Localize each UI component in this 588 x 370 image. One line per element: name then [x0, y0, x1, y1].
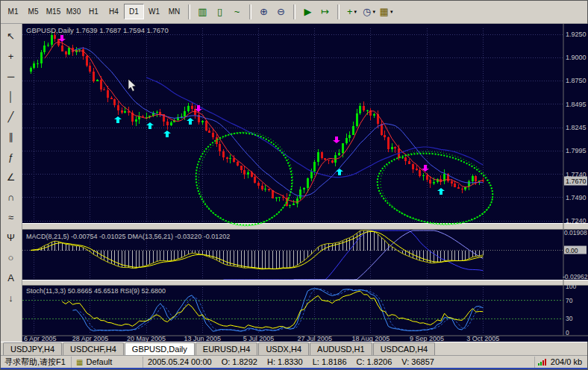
bar-info-field: H: 1.8330	[267, 357, 303, 366]
timeframe-m5-button[interactable]: M5	[23, 4, 43, 19]
trendline-tool-icon: ╱	[8, 111, 14, 122]
bar-info-field: C: 1.8206	[357, 357, 392, 366]
profile-icon: ▦	[76, 358, 83, 366]
dropdown-arrow-icon: ▾	[354, 9, 357, 15]
bar-info-field: 2005.05.24 00:00	[148, 357, 212, 366]
timeframe-mn-button[interactable]: MN	[164, 4, 184, 19]
cursor-tool-button[interactable]: ↖	[2, 28, 20, 45]
status-connection: 204/0 kb	[535, 357, 588, 366]
equidistant-channel-tool-button[interactable]: ∥	[2, 128, 20, 145]
stoch-scale-label: 0	[566, 329, 569, 336]
date-label: 3 Oct 2005	[466, 335, 499, 342]
vertical-line-tool-button[interactable]: │	[2, 88, 20, 105]
tab-eurusd-h4[interactable]: EURUSD,H4	[196, 342, 258, 355]
fibonacci-expansion-tool-button[interactable]: ≈	[2, 209, 20, 226]
timeframe-m1-button[interactable]: M1	[3, 4, 23, 19]
bar-info-field: L: 1.8186	[313, 357, 347, 366]
fibonacci-fan-tool-button[interactable]: ∠	[2, 169, 20, 186]
date-label: 13 Jun 2005	[184, 335, 222, 342]
chart-area[interactable]: 1.92501.90001.87501.84951.82451.79951.77…	[22, 24, 588, 342]
timeframe-h1-button[interactable]: H1	[84, 4, 104, 19]
toolbar-separator	[249, 4, 251, 19]
price-scale-label: 1.8750	[566, 77, 587, 84]
date-label: 27 Jul 2005	[297, 335, 332, 342]
stoch-scale-label: 30	[566, 315, 573, 322]
panel-splitter[interactable]	[22, 223, 588, 230]
horizontal-line-tool-button[interactable]: ─	[2, 68, 20, 85]
arrow-stamp-tool-icon: ↓	[8, 292, 13, 304]
cursor-tool-icon: ↖	[7, 31, 15, 42]
fibonacci-arcs-tool-button[interactable]: ∩	[2, 189, 20, 206]
tab-audusd-h1[interactable]: AUDUSD,H1	[310, 342, 372, 355]
text-label-tool-button[interactable]: A	[2, 269, 20, 286]
timeframe-m15-button[interactable]: M15	[43, 4, 63, 19]
timeframe-h4-button[interactable]: H4	[104, 4, 124, 19]
macd-scale-zero: 0.00	[566, 247, 578, 254]
arrow-stamp-tool-button[interactable]: ↓	[2, 289, 20, 307]
line-chart-icon: ~	[234, 7, 240, 16]
bar-chart-icon: ▥	[198, 7, 207, 16]
andrews-pitchfork-tool-button[interactable]: Ψ	[2, 229, 20, 246]
line-chart-button[interactable]: ~	[228, 4, 245, 19]
tab-usdchf-h4[interactable]: USDCHF,H4	[63, 342, 124, 355]
trendline-tool-button[interactable]: ╱	[2, 108, 20, 125]
timeframe-m30-button[interactable]: M30	[63, 4, 84, 19]
bar-chart-button[interactable]: ▥	[194, 4, 211, 19]
tab-usdjpy-h4[interactable]: USDJPY,H4	[3, 342, 62, 355]
panel-splitter[interactable]	[22, 280, 588, 286]
status-profile[interactable]: ▦ Default	[72, 357, 143, 368]
price-scale-label: 1.7240	[566, 217, 587, 225]
bar-info-field: O: 1.8292	[222, 357, 257, 366]
price-chart[interactable]: 1.92501.90001.87501.84951.82451.79951.77…	[22, 24, 588, 342]
chart-tab-bar: USDJPY,H4USDCHF,H4GBPUSD,DailyEURUSD,H4U…	[0, 342, 588, 355]
indicators-button[interactable]: +▾	[343, 4, 360, 19]
templates-icon: ▦	[380, 7, 389, 16]
fibonacci-retracement-tool-icon: ƒ	[8, 151, 13, 163]
macd-scale-bottom: -0.02962	[563, 273, 588, 280]
price-scale-label: 1.8495	[566, 101, 587, 108]
auto-scroll-icon: ▶	[304, 7, 312, 16]
chart-shift-button[interactable]: ↦	[316, 4, 334, 19]
workspace: ↖+─│╱∥ƒ∠∩≈Ψ○A↓ 1.92501.90001.87501.84951…	[0, 24, 588, 342]
timeframe-d1-button[interactable]: D1	[124, 4, 144, 19]
tab-usdx-h4[interactable]: USDX,H4	[258, 342, 309, 355]
chart-ohlc-label: GBPUSD,Daily 1.7639 1.7687 1.7594 1.7670	[26, 26, 169, 34]
crosshair-tool-icon: +	[8, 51, 14, 62]
mt4-window: M1M5M15M30H1H4D1W1MN▥▯~⊕⊖▶↦+▾◷▾▦▾ ↖+─│╱∥…	[0, 0, 588, 370]
dropdown-arrow-icon: ▾	[372, 9, 375, 15]
ellipse-tool-button[interactable]: ○	[2, 249, 20, 266]
zoom-out-button[interactable]: ⊖	[272, 4, 290, 19]
timeframe-w1-button[interactable]: W1	[144, 4, 164, 19]
crosshair-tool-button[interactable]: +	[2, 48, 20, 65]
price-scale-label: 1.9000	[566, 54, 587, 61]
date-label: 18 Aug 2005	[352, 335, 390, 342]
templates-button[interactable]: ▦▾	[378, 4, 395, 19]
vertical-line-tool-icon: │	[7, 91, 13, 102]
profile-name: Default	[86, 357, 112, 366]
candlestick-chart-button[interactable]: ▯	[211, 4, 228, 19]
periods-icon: ◷	[363, 7, 371, 16]
drawing-toolbar: ↖+─│╱∥ƒ∠∩≈Ψ○A↓	[0, 24, 22, 342]
time-axis[interactable]: 6 Apr 200528 Apr 200520 May 200513 Jun 2…	[24, 335, 499, 342]
price-scale-label: 1.7995	[566, 147, 587, 154]
toolbar-separator	[293, 4, 295, 19]
auto-scroll-button[interactable]: ▶	[299, 4, 316, 19]
price-scale-label: 1.9250	[566, 31, 587, 38]
tab-gbpusd-daily[interactable]: GBPUSD,Daily	[125, 342, 195, 355]
date-label: 6 Apr 2005	[24, 335, 57, 342]
periods-button[interactable]: ◷▾	[360, 4, 378, 19]
traffic-counter: 204/0 kb	[551, 357, 582, 366]
zoom-in-button[interactable]: ⊕	[255, 4, 272, 19]
date-label: 20 May 2005	[127, 335, 166, 342]
fibonacci-expansion-tool-icon: ≈	[8, 212, 13, 223]
status-help-text: 寻求帮助,请按F1	[0, 357, 72, 368]
toolbar-separator	[188, 4, 190, 19]
indicators-icon: +	[347, 7, 353, 16]
zoom-in-icon: ⊕	[260, 7, 268, 16]
fibonacci-retracement-tool-button[interactable]: ƒ	[2, 148, 20, 166]
tab-usdcad-h4[interactable]: USDCAD,H4	[373, 342, 436, 355]
connection-bars-icon	[538, 359, 547, 366]
equidistant-channel-tool-icon: ∥	[8, 131, 13, 142]
price-scale-label: 1.8245	[566, 124, 587, 131]
macd-scale-top: 0.01908	[564, 229, 587, 236]
